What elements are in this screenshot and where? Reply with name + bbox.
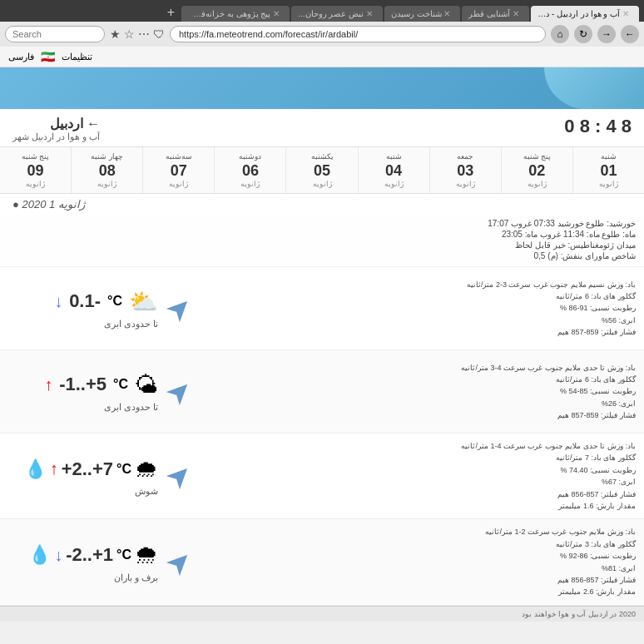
back-button[interactable]: ← bbox=[621, 25, 639, 43]
temp-value-3: +2..+7 bbox=[62, 458, 113, 480]
lang-label: فارسی bbox=[8, 52, 34, 62]
weather-desc-4: برف و باران bbox=[114, 572, 158, 583]
sunrise-label: خورشید: طلوع خورشید bbox=[557, 219, 636, 228]
temp-main-2: ↑ -1..+5 °C 🌤 bbox=[44, 371, 158, 399]
wind-arrow-2: ➤ bbox=[158, 374, 200, 409]
clock-display: 0 8 : 4 8 bbox=[564, 116, 632, 137]
temp-section-4: 💧 ↓ -2..+1 °C 🌨 برف و باران bbox=[8, 542, 158, 583]
raindrop-icon-3: 💧 bbox=[24, 458, 47, 480]
temp-section-2: ↑ -1..+5 °C 🌤 تا حدودی ابری bbox=[8, 371, 158, 413]
tab-close[interactable]: ✕ bbox=[622, 9, 629, 18]
day-cell-2[interactable]: پنج شنبه 02 ژانویه bbox=[501, 147, 572, 193]
day-name-5: یکشنبه bbox=[288, 152, 355, 161]
tab-5[interactable]: ✕ پیج پژوهی به خزانه‌فرهنگ... bbox=[181, 6, 290, 22]
day-name-9: پنج شنبه bbox=[2, 152, 69, 161]
day-number-1: 01 bbox=[575, 162, 642, 180]
field-label: میدان ژئومغناطیس: خیر قابل لحاظ bbox=[515, 240, 636, 250]
moonset: غروب ماه: 23:05 bbox=[502, 230, 561, 239]
top-banner bbox=[0, 67, 644, 109]
tab-4[interactable]: ✕ نبض عصر روحان... bbox=[291, 6, 383, 22]
temp-main-4: 💧 ↓ -2..+1 °C 🌨 bbox=[28, 542, 158, 569]
weather-row-4: باد: وزش ملایم جنوب غرب سرعت 2-1 متر/ثان… bbox=[0, 519, 644, 605]
day-month-8: ژانویه bbox=[73, 180, 141, 188]
temp-section-1: ↓ 0.1- °C ⛅ تا حدودی ابری bbox=[8, 288, 158, 329]
wind-arrow-1: ➤ bbox=[158, 291, 200, 326]
trend-down-1: ↓ bbox=[54, 292, 62, 311]
menu-icon[interactable]: ⋯ bbox=[138, 27, 150, 41]
day-name-2: پنج شنبه bbox=[503, 152, 571, 161]
footer-bar: 2020 در اردبیل آب و هوا خواهند بود bbox=[0, 606, 644, 622]
day-number-8: 08 bbox=[73, 162, 141, 180]
new-tab-button[interactable]: + bbox=[162, 3, 180, 22]
city-name: اردبیل bbox=[50, 116, 83, 131]
tab-3[interactable]: ✕ شناخت رسیدن bbox=[384, 6, 461, 22]
day-month-2: ژانویه bbox=[503, 180, 571, 188]
day-cell-9[interactable]: پنج شنبه 09 ژانویه bbox=[0, 147, 71, 193]
cloud-decoration bbox=[544, 67, 644, 109]
flag-icon: 🇮🇷 bbox=[41, 50, 55, 63]
weather-row-2: باد: وزش تا حدی ملایم جنوب غرب سرعت 4-3 … bbox=[0, 350, 644, 433]
tab-2[interactable]: ✕ آشنایی قطر bbox=[462, 6, 529, 22]
reload-button[interactable]: ↻ bbox=[574, 25, 592, 43]
settings-label[interactable]: تنظیمات bbox=[62, 52, 92, 62]
day-month-9: ژانویه bbox=[2, 180, 69, 188]
header-section: 0 8 : 4 8 ← اردبیل آب و هوا در اردبیل شه… bbox=[0, 109, 644, 146]
day-name-6: دوشنبه bbox=[216, 152, 284, 161]
day-month-6: ژانویه bbox=[216, 180, 284, 188]
moonrise: طلوع ماه: 11:34 bbox=[563, 230, 620, 239]
day-number-2: 02 bbox=[503, 162, 571, 180]
cloud-icon-1: ⛅ bbox=[129, 288, 158, 315]
address-input[interactable] bbox=[170, 26, 546, 42]
temp-unit-2: °C bbox=[113, 377, 128, 392]
weather-rows: باد: وزش نسیم ملایم جنوب غرب سرعت 3-2 مت… bbox=[0, 267, 644, 606]
main-content: تنظیمات 🇮🇷 فارسی 0 8 : 4 8 ← اردبیل آب و… bbox=[0, 47, 644, 622]
temp-main-3: 💧 ↑ +2..+7 °C 🌧 bbox=[24, 455, 158, 483]
temp-unit-1: °C bbox=[107, 294, 122, 309]
temp-unit-3: °C bbox=[116, 462, 131, 477]
day-name-3: جمعه bbox=[432, 152, 499, 161]
tab-close-2[interactable]: ✕ bbox=[513, 9, 519, 18]
day-number-9: 09 bbox=[2, 162, 69, 180]
wind-info-1: باد: وزش نسیم ملایم جنوب غرب سرعت 3-2 مت… bbox=[200, 279, 636, 339]
toolbar-icons: 🛡 ⋯ ☆ ★ bbox=[110, 27, 165, 41]
rain-cloud-icon-3: 🌧 bbox=[135, 455, 158, 483]
day-cell-3[interactable]: جمعه 03 ژانویه bbox=[429, 147, 501, 193]
day-month-3: ژانویه bbox=[432, 180, 499, 188]
uv-label: شاخص ماورای بنفش: (م) 0,5 bbox=[534, 251, 636, 260]
weather-row-1: باد: وزش نسیم ملایم جنوب غرب سرعت 3-2 مت… bbox=[0, 267, 644, 350]
day-number-6: 06 bbox=[216, 162, 284, 180]
shield-icon: 🛡 bbox=[153, 27, 165, 41]
moon-row: ماه: طلوع ماه: 11:34 غروب ماه: 23:05 bbox=[8, 230, 636, 239]
tabs-row: ✕ آب و هوا در اردبیل - دقیق و مفصل پی...… bbox=[5, 3, 639, 22]
tab-close-3[interactable]: ✕ bbox=[443, 9, 450, 18]
sunrise-row: خورشید: طلوع خورشید 07:33 غروب 17:07 bbox=[8, 219, 636, 228]
info-section: خورشید: طلوع خورشید 07:33 غروب 17:07 ماه… bbox=[0, 215, 644, 267]
search-input[interactable] bbox=[5, 26, 105, 42]
days-row: شنبه 01 ژانویه پنج شنبه 02 ژانویه جمعه 0… bbox=[0, 146, 644, 194]
tab-active[interactable]: ✕ آب و هوا در اردبیل - دقیق و مفصل پی... bbox=[531, 6, 639, 22]
day-cell-6[interactable]: دوشنبه 06 ژانویه bbox=[214, 147, 285, 193]
temp-section-3: 💧 ↑ +2..+7 °C 🌧 شوش bbox=[8, 455, 158, 497]
day-cell-7[interactable]: سه‌شنبه 07 ژانویه bbox=[142, 147, 214, 193]
day-cell-1[interactable]: شنبه 01 ژانویه bbox=[572, 147, 644, 193]
address-bar-row: ← → ↻ ⌂ 🛡 ⋯ ☆ ★ bbox=[0, 22, 644, 47]
temp-value-1: 0.1- bbox=[69, 290, 101, 312]
sun-cloud-icon-2: 🌤 bbox=[135, 371, 158, 399]
sunset-time: 17:07 bbox=[488, 219, 508, 228]
forward-button[interactable]: → bbox=[597, 25, 616, 43]
trend-up-2: ↑ bbox=[44, 375, 52, 394]
tab-close-4[interactable]: ✕ bbox=[366, 9, 373, 18]
day-cell-8[interactable]: چهار شنبه 08 ژانویه bbox=[71, 147, 142, 193]
day-cell-4[interactable]: شنبه 04 ژانویه bbox=[358, 147, 429, 193]
city-section: ← اردبیل آب و هوا در اردبیل شهر bbox=[12, 116, 100, 142]
home-button[interactable]: ⌂ bbox=[551, 25, 569, 43]
tab-close-5[interactable]: ✕ bbox=[273, 9, 280, 18]
bookmark-icon[interactable]: ☆ bbox=[124, 27, 135, 41]
wind-info-2: باد: وزش تا حدی ملایم جنوب غرب سرعت 4-3 … bbox=[200, 362, 636, 422]
day-cell-5[interactable]: یکشنبه 05 ژانویه bbox=[285, 147, 357, 193]
snow-rain-icon-4: 🌨 bbox=[135, 542, 158, 569]
sunset-label: غروب bbox=[511, 219, 532, 228]
temp-main-1: ↓ 0.1- °C ⛅ bbox=[54, 288, 158, 315]
star-icon[interactable]: ★ bbox=[110, 27, 121, 41]
weather-row-3: باد: وزش تا حدی ملایم جنوب غرب سرعت 4-1 … bbox=[0, 433, 644, 519]
